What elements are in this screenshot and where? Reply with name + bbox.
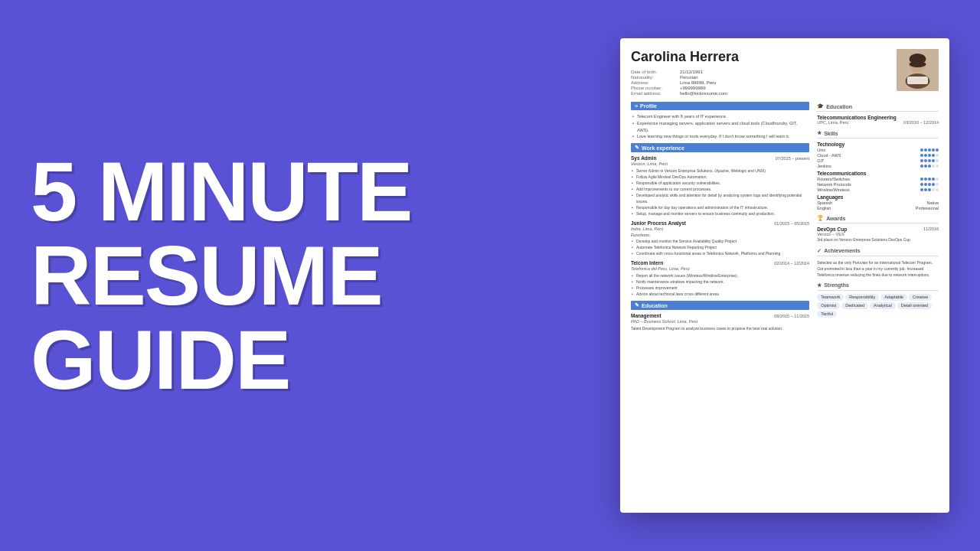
- skill-name: GIT: [817, 158, 824, 163]
- address-label: Address:: [631, 80, 674, 85]
- job-dates: 07/2015 – present: [776, 156, 809, 161]
- job-bullet: Add improvements to our current processe…: [631, 186, 809, 192]
- job-entry: Sys Admin07/2015 – presentVerizon, Lima,…: [631, 155, 809, 217]
- skill-row: Network Protocols: [817, 182, 939, 187]
- job-company: Telefonica del Peru, Lima, Perú: [631, 266, 809, 271]
- lang-row: EnglishProfessional: [817, 206, 939, 210]
- job-entry: Junior Process Analyst01/2015 – 05/2015I…: [631, 220, 809, 256]
- skill-dot: [936, 183, 939, 186]
- job-dates: 01/2015 – 05/2015: [774, 221, 809, 226]
- resume-left-column: ≡ Profile Telecom Engineer with 8 years …: [631, 102, 809, 502]
- lang-level: Native: [926, 201, 939, 205]
- profile-bullet: Telecom Engineer with 8 years of IT expe…: [631, 113, 809, 120]
- job-title: Telcom Intern: [631, 260, 663, 266]
- award-entry: DevOps Cup11/2016Verizon – VES3rd place …: [817, 227, 939, 243]
- skill-dot: [936, 188, 939, 191]
- profile-bullet: Love learning new things or tools everyd…: [631, 133, 809, 140]
- skill-name: Cloud - AWS: [817, 153, 841, 158]
- skill-dot: [920, 159, 923, 162]
- skill-dot: [932, 165, 935, 168]
- work-icon: ✎: [635, 145, 639, 151]
- resume-photo: [897, 49, 939, 91]
- skill-dots: [920, 159, 939, 162]
- skill-dot: [928, 165, 931, 168]
- resume-header-info: Carolina Herrera Date of birth: 21/12/19…: [631, 49, 739, 96]
- job-bullet: Responsible for day day operations and a…: [631, 204, 809, 210]
- functions-label: Functions:: [631, 233, 809, 237]
- skill-dot: [936, 148, 939, 152]
- profile-bullets: Telecom Engineer with 8 years of IT expe…: [631, 113, 809, 140]
- job-bullet: Notify maintenance windows impacting the…: [631, 279, 809, 285]
- job-company: Verizon, Lima, Perú: [631, 161, 809, 166]
- lang-name: English: [817, 206, 831, 210]
- email-label: Email address:: [631, 91, 674, 96]
- skill-dots: [920, 183, 939, 186]
- phone-value: +999999999: [680, 86, 739, 90]
- job-bullet: Setup, manage and monitor servers to ens…: [631, 210, 809, 217]
- dob-value: 21/12/1991: [680, 70, 739, 74]
- job-title: Junior Process Analyst: [631, 220, 686, 226]
- awards-icon: 🏆: [817, 215, 824, 221]
- achievements-section-label: Achievements: [824, 248, 860, 253]
- skill-dot: [920, 165, 923, 168]
- skill-row: Unix: [817, 148, 939, 152]
- job-bullet: Coordinate with cross-functional areas i…: [631, 250, 809, 256]
- skill-category-label: Technology: [817, 142, 939, 147]
- profile-section-label: Profile: [640, 103, 657, 109]
- skill-dot: [928, 178, 931, 181]
- strength-tag: Analytical: [870, 302, 896, 309]
- skill-dot: [928, 148, 931, 152]
- achievements-icon: ✓: [817, 248, 822, 254]
- lang-level: Professional: [916, 206, 939, 210]
- job-company: Indra, Lima, Perú: [631, 227, 809, 231]
- skill-name: Network Protocols: [817, 182, 851, 187]
- edu-degree: Management: [631, 313, 662, 318]
- skill-category-label: Languages: [817, 194, 939, 200]
- skills-icon: ★: [817, 130, 822, 136]
- edu-entry-right: Telecommunications EngineeringUPC, Lima,…: [817, 115, 939, 125]
- skill-dot: [924, 159, 927, 162]
- skill-dots: [920, 148, 939, 152]
- title-line3: GUIDE: [31, 318, 411, 402]
- skill-dot: [932, 148, 935, 152]
- skills-container: TechnologyUnixCloud - AWSGITJenkinsTelec…: [817, 142, 939, 210]
- edu-right-section-label: Education: [826, 104, 852, 109]
- svg-rect-5: [907, 77, 928, 84]
- job-bullet: Develop and monitor the Service Availabi…: [631, 238, 809, 244]
- edu-left-section-bar: ✎ Education: [631, 301, 809, 310]
- phone-label: Phone number:: [631, 86, 674, 90]
- skill-name: Unix: [817, 148, 825, 152]
- skill-dot: [928, 159, 931, 162]
- strength-tag: Responsibility: [845, 294, 879, 301]
- resume-info-grid: Date of birth: 21/12/1991 Nationality: P…: [631, 70, 739, 96]
- skill-dots: [920, 178, 939, 181]
- skill-dot: [936, 154, 939, 157]
- skill-dot: [936, 159, 939, 162]
- edu-entry-left: Management09/2015 – 11/2015PAD – Busines…: [631, 313, 809, 331]
- awards-section-bar: 🏆 Awards: [817, 214, 939, 223]
- jobs-container: Sys Admin07/2015 – presentVerizon, Lima,…: [631, 155, 809, 297]
- edu-left-section-label: Education: [642, 303, 668, 308]
- awards-section-label: Awards: [826, 216, 845, 221]
- edu-dates: 09/2015 – 11/2015: [774, 314, 809, 318]
- resume-card: Carolina Herrera Date of birth: 21/12/19…: [620, 38, 949, 513]
- work-section-label: Work experience: [642, 145, 684, 151]
- skill-dot: [932, 154, 935, 157]
- skill-dot: [924, 178, 927, 181]
- skill-dot: [920, 148, 923, 152]
- skill-dot: [924, 154, 927, 157]
- title-line2: RESUME: [31, 233, 411, 318]
- skill-dot: [932, 188, 935, 191]
- skill-dot: [932, 159, 935, 162]
- title-block: 5 MINUTE RESUME GUIDE: [31, 149, 411, 402]
- edu-right-icon: 🎓: [817, 103, 824, 109]
- skill-dot: [928, 183, 931, 186]
- award-desc: 3rd place on Verizon Enterprise Solution…: [817, 237, 939, 243]
- skill-dot: [924, 165, 927, 168]
- skill-row: Cloud - AWS: [817, 153, 939, 158]
- job-title: Sys Admin: [631, 155, 656, 161]
- skill-row: GIT: [817, 158, 939, 163]
- skill-dot: [936, 178, 939, 181]
- strength-tag: Creative: [909, 294, 932, 301]
- job-bullet: Follow Agile Mindset DevOps Automation.: [631, 174, 809, 180]
